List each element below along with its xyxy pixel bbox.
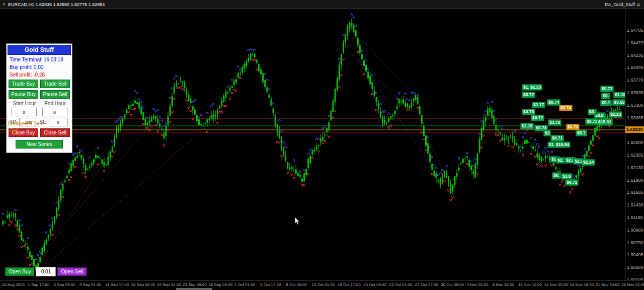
price-axis-label: 1.63065	[627, 115, 643, 120]
buy-profit-label: Buy profit: 0.00	[7, 63, 72, 71]
mouse-cursor	[294, 216, 301, 226]
price-axis-label: 1.62600	[627, 140, 643, 145]
sell-profit-label: Sell profit: -0.28	[7, 71, 72, 79]
trade-buy-button[interactable]: Trade Buy	[9, 80, 38, 88]
time-axis-label: 30 Oct 09:00	[441, 282, 464, 287]
price-axis-label: 1.63535	[627, 90, 643, 95]
price-axis-label: 1.61430	[627, 202, 643, 207]
time-axis-label: 5 Sep 09:00	[54, 282, 75, 287]
chart-area[interactable]: $1.$2.23$0.72$2.17$0.74$0.73$0.72$3.72$2…	[0, 9, 625, 280]
new-series-button[interactable]: New Series	[16, 140, 63, 149]
time-axis-label: 15 Oct 17:00	[338, 282, 361, 287]
candlestick-chart	[0, 9, 625, 280]
pause-sell-button[interactable]: Pause Sell	[40, 90, 70, 99]
breakeven-sell-label: Breakeven Sell	[8, 121, 42, 126]
time-axis-label: 23 Sep 09:00	[183, 282, 207, 287]
time-axis-label: 13 Oct 01:00	[312, 282, 335, 287]
time-terminal-label: Time Terminal: 16:03:18	[7, 56, 72, 63]
time-axis-label: 1 Oct 01:00	[234, 282, 255, 287]
time-axis-label: 18 Nov 18:00	[570, 282, 594, 287]
dropdown-triangle-icon[interactable]: ▾	[3, 2, 5, 7]
time-axis-label: 1 Sep 17:00	[28, 282, 49, 287]
symbol-ohlc-label: EURCAD,H1 1.62836 1.62860 1.62776 1.6285…	[8, 2, 105, 7]
time-axis-label: 3 Oct 17:00	[260, 282, 281, 287]
sl-input[interactable]	[49, 118, 68, 126]
time-axis-label: 21 Nov 10:00	[596, 282, 620, 287]
ea-name-label: EA_Gold_Stuff ☺	[605, 2, 641, 7]
pause-buy-button[interactable]: Pause Buy	[9, 90, 38, 99]
end-hour-label: End Hour	[44, 101, 65, 106]
open-sell-button[interactable]: Open Sell	[57, 267, 87, 276]
price-axis-label: 1.64000	[627, 65, 643, 70]
time-axis-label: 23 Oct 01:00	[389, 282, 413, 287]
price-axis-label: 1.60730	[627, 240, 643, 245]
order-bar: Open Buy Open Sell	[5, 267, 87, 276]
price-axis-label: 1.62365	[627, 153, 643, 158]
time-axis-label: 26 Nov 02:00	[621, 282, 644, 287]
ea-name-text: EA_Gold_Stuff	[605, 2, 634, 7]
price-axis-label: 1.63770	[627, 78, 643, 83]
time-axis-label: 14 Nov 02:00	[544, 282, 568, 287]
start-hour-label: Start Hour	[13, 101, 36, 106]
ea-active-icon[interactable]: ☺	[636, 2, 641, 7]
breakeven-sell-label-2: Sell	[10, 128, 19, 133]
scrollbar-thumb[interactable]	[176, 288, 212, 289]
lot-size-input[interactable]	[36, 267, 56, 276]
time-axis-label: 16 Sep 09:00	[131, 282, 155, 287]
price-axis-label: 1.60260	[627, 265, 643, 270]
price-axis-label: 1.60960	[627, 228, 643, 233]
price-axis-label: 1.61900	[627, 178, 643, 183]
price-axis-label: 1.64470	[627, 40, 643, 45]
candles	[3, 18, 621, 273]
time-axis-label: 9 Sep 01:00	[79, 282, 101, 287]
time-axis-label: 11 Sep 17:00	[105, 282, 129, 287]
time-axis-label: 4 Nov 02:00	[466, 282, 488, 287]
time-axis-label: 28 Aug 2025	[2, 282, 25, 287]
time-axis-label: 20 Oct 09:00	[363, 282, 386, 287]
price-axis-label: 1.63300	[627, 103, 643, 108]
price-axis-label: 1.60495	[627, 252, 643, 257]
chart-titlebar: ▾ EURCAD,H1 1.62836 1.62860 1.62776 1.62…	[0, 0, 644, 9]
price-axis-label: 1.62130	[627, 165, 643, 170]
price-axis-label: 1.64705	[627, 28, 643, 33]
price-axis-label: 1.61665	[627, 190, 643, 195]
time-axis[interactable]: 28 Aug 20251 Sep 17:005 Sep 09:009 Sep 0…	[0, 280, 644, 290]
price-axis-label: 1.64235	[627, 53, 643, 58]
trade-connection-line	[358, 57, 385, 123]
price-axis-label: 1.61195	[627, 215, 643, 220]
panel-title[interactable]: Gold Stuff	[8, 45, 71, 55]
trade-connection-line	[35, 167, 101, 271]
open-buy-button[interactable]: Open Buy	[5, 267, 34, 276]
mt4-chart-window: { "titlebar": { "symbol_info": "EURCAD,H…	[0, 0, 644, 290]
trade-markers	[2, 14, 619, 277]
gold-stuff-panel: Gold Stuff Time Terminal: 16:03:18 Buy p…	[6, 43, 72, 153]
current-price-tag: 1.62830	[625, 126, 644, 133]
time-axis-label: 6 Nov 18:00	[493, 282, 514, 287]
start-hour-input[interactable]	[12, 108, 37, 116]
time-axis-label: 27 Oct 17:00	[415, 282, 438, 287]
close-sell-button[interactable]: Close Sell	[40, 128, 70, 137]
time-axis-label: 19 Sep 01:00	[157, 282, 181, 287]
time-axis-label: 8 Oct 09:00	[286, 282, 306, 287]
trade-connection-line	[353, 30, 417, 99]
time-axis-label: 11 Nov 10:00	[518, 282, 542, 287]
trade-sell-button[interactable]: Trade Sell	[40, 80, 70, 88]
end-hour-input[interactable]	[42, 108, 67, 116]
price-axis[interactable]: 1.62830 1.647051.644701.642351.640001.63…	[625, 9, 644, 280]
time-axis-label: 26 Sep 09:00	[208, 282, 232, 287]
